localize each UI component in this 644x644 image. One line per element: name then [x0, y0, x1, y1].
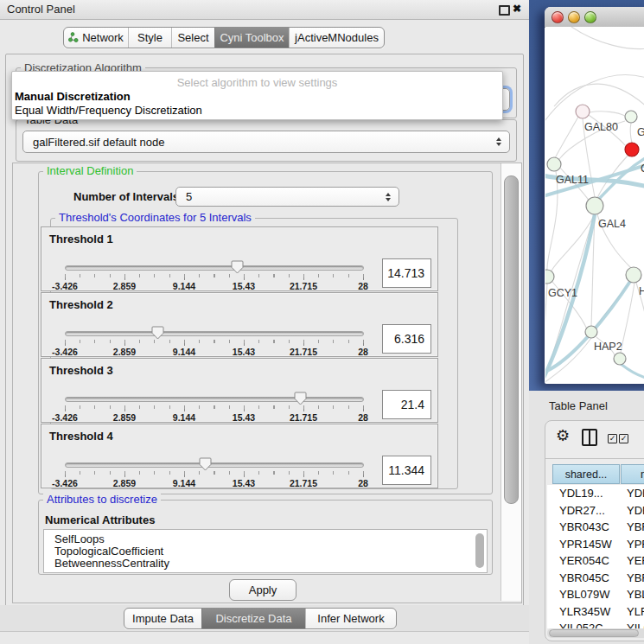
gear-icon[interactable]: ⚙: [556, 426, 570, 445]
combo-arrows-icon: [386, 193, 391, 201]
list-item[interactable]: BetweennessCentrality: [44, 558, 487, 570]
node-bottom-partial[interactable]: [614, 353, 626, 365]
tick-label: 2.859: [113, 412, 136, 423]
threshold-2-slider-track[interactable]: [65, 331, 364, 336]
tick-label: -3.426: [52, 478, 78, 488]
tab-impute-data-label: Impute Data: [132, 612, 194, 625]
node-hap2[interactable]: [585, 326, 597, 338]
cell-shared-name: YBR045C: [547, 571, 625, 584]
network-window-titlebar[interactable]: [545, 7, 644, 28]
threshold-3-slider-thumb[interactable]: [294, 392, 307, 405]
node-label-gal4: GAL4: [598, 218, 626, 230]
table-row[interactable]: YDL19...YDL1: [547, 485, 644, 502]
list-scrollbar-thumb[interactable]: [475, 533, 484, 568]
vertical-scrollbar-thumb[interactable]: [504, 175, 519, 504]
tab-style[interactable]: Style: [128, 28, 171, 48]
tick-label: 9.144: [173, 281, 195, 291]
cell-shared-name: YLR345W: [547, 605, 625, 618]
network-canvas[interactable]: GAL80 GA C GAL11 GAL4 GCY1 H HAP2: [545, 27, 644, 383]
threshold-2-panel: Threshold 2 -3.426 2.859 9.144 15.43 21.…: [41, 292, 438, 357]
tab-discretize-data[interactable]: Discretize Data: [201, 609, 305, 628]
tick-label: 9.144: [173, 347, 195, 357]
node-gcy1[interactable]: [545, 270, 554, 284]
apply-button[interactable]: Apply: [229, 579, 296, 601]
zoom-traffic-light[interactable]: [584, 11, 596, 23]
minimize-traffic-light[interactable]: [568, 11, 580, 23]
threshold-4-slider-track[interactable]: [65, 462, 364, 468]
tab-impute-data[interactable]: Impute Data: [124, 609, 201, 628]
tick-label: 28: [358, 347, 368, 357]
checkbox-icon[interactable]: ✓: [619, 434, 628, 443]
tab-discretize-data-label: Discretize Data: [215, 612, 291, 625]
table-row[interactable]: YBL079WYBL0: [547, 586, 644, 603]
tick-label: -3.426: [52, 412, 78, 423]
checkbox-icon[interactable]: ✓: [608, 434, 617, 443]
tick-label: 2.859: [113, 478, 136, 488]
cell-name: YBR0: [625, 520, 644, 533]
slider-minor-ticks: [65, 405, 364, 409]
table-row[interactable]: YER054CYER0: [547, 552, 644, 570]
node-red-selected[interactable]: [625, 143, 639, 156]
table-row[interactable]: YLR345WYLR3: [547, 603, 644, 621]
network-icon: [68, 32, 79, 43]
node-top-right[interactable]: [625, 111, 637, 123]
dropdown-option-manual[interactable]: Manual Discretization: [15, 90, 131, 103]
cell-name: YBL0: [625, 588, 644, 601]
tab-jactivemnodules-label: jActiveMNodules: [295, 31, 379, 44]
tick-label: 2.859: [113, 281, 136, 291]
threshold-4-value-field[interactable]: 11.344: [382, 456, 431, 485]
network-view-window[interactable]: GAL80 GA C GAL11 GAL4 GCY1 H HAP2: [545, 7, 644, 384]
threshold-1-slider-track[interactable]: [65, 265, 364, 271]
node-h[interactable]: [626, 267, 641, 283]
table-row[interactable]: YPR145WYPR1: [547, 536, 644, 553]
cell-shared-name: YER054C: [547, 554, 625, 567]
tab-network[interactable]: Network: [64, 28, 128, 48]
tab-cyni-toolbox-label: Cyni Toolbox: [220, 31, 284, 44]
horizontal-scrollbar-thumb[interactable]: [549, 629, 639, 637]
tab-select[interactable]: Select: [171, 28, 214, 48]
node-table[interactable]: YDL19...YDL1 YDR27...YDR2 YBR043CYBR0 YP…: [547, 485, 644, 628]
list-item[interactable]: TopologicalCoefficient: [44, 545, 487, 558]
table-row[interactable]: YDR27...YDR2: [547, 502, 644, 520]
threshold-1-value-field[interactable]: 14.713: [382, 258, 431, 288]
table-row[interactable]: YBR043CYBR0: [547, 519, 644, 536]
number-of-intervals-combobox[interactable]: 5: [175, 187, 399, 207]
node-gal4[interactable]: [586, 197, 603, 214]
cell-name: YIL0: [625, 622, 644, 628]
list-item[interactable]: SelfLoops: [44, 533, 487, 545]
tick-label: 21.715: [290, 412, 317, 423]
node-label-gal11: GAL11: [556, 174, 589, 186]
tab-infer-network[interactable]: Infer Network: [305, 609, 396, 628]
split-table-icon[interactable]: [582, 429, 597, 446]
threshold-4-slider-thumb[interactable]: [199, 457, 212, 471]
threshold-3-slider-track[interactable]: [65, 397, 364, 402]
column-header-shared-name[interactable]: shared...: [552, 464, 620, 484]
tab-jactivemnodules[interactable]: jActiveMNodules: [289, 28, 384, 48]
tab-cyni-toolbox[interactable]: Cyni Toolbox: [214, 28, 289, 48]
threshold-3-value-field[interactable]: 21.4: [382, 390, 431, 419]
node-label-c: C: [641, 163, 644, 175]
table-data-combobox[interactable]: galFiltered.sif default node: [22, 131, 510, 153]
control-panel-titlebar: Control Panel ✖: [0, 0, 529, 20]
threshold-2-slider-thumb[interactable]: [151, 326, 164, 340]
threshold-3-panel: Threshold 3 -3.426 2.859 9.144 15.43 21.…: [41, 358, 438, 423]
slider-minor-ticks: [65, 274, 364, 277]
threshold-2-value-field[interactable]: 6.316: [382, 324, 431, 354]
table-row[interactable]: YIL052CYIL0: [547, 620, 644, 628]
close-traffic-light[interactable]: [552, 11, 564, 23]
node-gal11[interactable]: [547, 157, 561, 171]
number-of-intervals-label: Number of Intervals: [73, 190, 179, 203]
threshold-1-slider-thumb[interactable]: [231, 260, 244, 274]
numerical-attributes-list[interactable]: SelfLoops TopologicalCoefficient Between…: [43, 529, 488, 573]
tick-label: 9.144: [173, 412, 195, 423]
node-gal80[interactable]: [576, 105, 590, 118]
float-window-icon[interactable]: [499, 5, 510, 16]
vertical-scrollbar[interactable]: [501, 163, 521, 601]
dropdown-option-equal-width[interactable]: Equal Width/Frequency Discretization: [15, 104, 202, 117]
close-icon[interactable]: ✖: [513, 3, 521, 15]
table-row[interactable]: YBR045CYBR0: [547, 570, 644, 587]
cell-shared-name: YPR145W: [547, 538, 625, 551]
cell-shared-name: YDR27...: [547, 504, 625, 517]
horizontal-scrollbar[interactable]: [547, 628, 644, 638]
column-header-name[interactable]: na: [621, 464, 644, 484]
